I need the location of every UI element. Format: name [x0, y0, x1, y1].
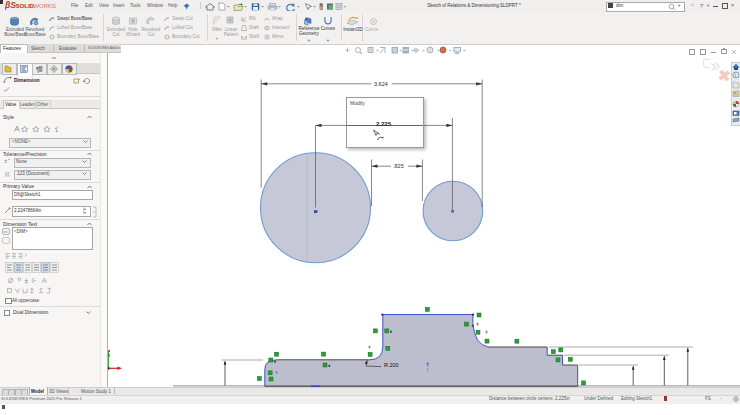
svg-text:xx: xx	[4, 229, 8, 234]
svg-text:±: ±	[4, 159, 7, 164]
svg-text:βS: βS	[5, 0, 16, 10]
svg-text:.12: .12	[4, 172, 9, 176]
svg-text:SOLID: SOLID	[16, 2, 35, 9]
svg-text:WORKS: WORKS	[33, 2, 56, 9]
svg-text:i: i	[735, 72, 736, 78]
